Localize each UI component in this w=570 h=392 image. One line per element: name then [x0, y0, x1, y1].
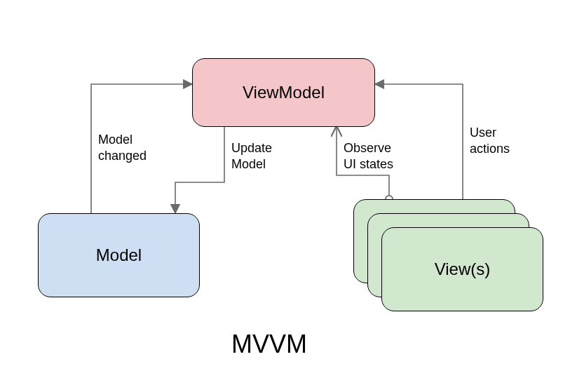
node-viewmodel-label: ViewModel [243, 83, 325, 102]
diagram-canvas: ViewModel Model View(s) Model changed Up… [0, 0, 570, 392]
edge-label-update-model: Update Model [231, 140, 272, 172]
edge-label-observe-ui: Observe UI states [344, 140, 393, 172]
edge-label-model-changed: Model changed [98, 132, 147, 163]
node-model: Model [38, 213, 200, 297]
node-model-label: Model [96, 245, 142, 265]
arrow-update-model [175, 127, 224, 213]
node-views-label: View(s) [435, 259, 491, 279]
node-views: View(s) [381, 227, 543, 311]
node-viewmodel: ViewModel [192, 58, 375, 127]
edge-label-user-actions: User actions [470, 125, 510, 156]
diagram-title: MVVM [231, 330, 307, 359]
